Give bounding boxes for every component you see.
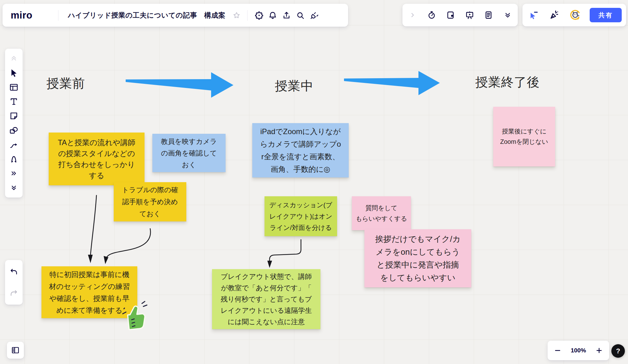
search-button[interactable] <box>293 8 307 22</box>
frames-icon <box>9 83 19 92</box>
presentation-button[interactable] <box>463 8 477 22</box>
settings-gear-icon <box>254 11 264 20</box>
notes-doc-icon <box>484 10 493 20</box>
sticky-easy-questions[interactable]: 質問をして もらいやすくする <box>352 196 411 230</box>
reactions-button[interactable] <box>547 8 561 22</box>
minus-icon <box>554 347 561 354</box>
tool-select[interactable] <box>7 66 21 79</box>
notes-button[interactable] <box>482 8 495 22</box>
timer-button[interactable] <box>425 8 439 22</box>
select-cursor-icon <box>9 68 19 78</box>
connector-green-arrowhead <box>267 261 272 268</box>
connector-icon <box>9 140 19 149</box>
chevrons-down-icon <box>10 184 17 191</box>
chevrons-down-icon <box>504 11 511 19</box>
board-title[interactable]: ハイブリッド授業の工夫についての記事 構成案 <box>68 11 225 20</box>
favorite-button[interactable] <box>230 8 243 22</box>
connector-green-a-to-b[interactable] <box>270 240 301 261</box>
flow-arrow-1[interactable] <box>126 72 233 98</box>
miro-logo[interactable]: miro <box>11 10 32 21</box>
settings-button[interactable] <box>252 8 266 22</box>
presentation-easel-icon <box>465 10 474 20</box>
actions-panel: 共有 <box>522 4 626 26</box>
search-icon <box>296 11 305 20</box>
sticky-camera-angle[interactable]: 教員を映すカメラ の画角を確認して おく <box>152 134 226 172</box>
ai-assistant-icon <box>569 8 582 22</box>
zoom-out-button[interactable] <box>552 344 563 357</box>
frames-panel-button[interactable] <box>7 342 24 359</box>
undo-button[interactable] <box>7 265 21 279</box>
shapes-icon <box>9 126 19 135</box>
notifications-button[interactable] <box>266 8 280 22</box>
tool-frames[interactable] <box>7 81 21 94</box>
connector-yellow-a-arrowhead <box>88 255 93 263</box>
plugins-button[interactable] <box>307 8 321 22</box>
more-collab-tools-button[interactable] <box>501 8 515 22</box>
pen-icon <box>9 154 19 164</box>
follow-cursor-icon <box>529 10 539 20</box>
frames-panel-icon <box>11 346 20 355</box>
plus-icon <box>595 347 603 354</box>
private-mode-button[interactable] <box>444 8 457 22</box>
zoom-level[interactable]: 100% <box>571 347 586 354</box>
connector-yellow-b-arrowhead <box>104 256 108 264</box>
flow-arrow-2[interactable] <box>344 71 440 95</box>
tool-sticky-note[interactable] <box>7 109 21 122</box>
redo-icon <box>9 289 18 297</box>
tool-shapes[interactable] <box>7 124 21 137</box>
timer-icon <box>427 10 436 20</box>
collab-toolbar-panel <box>402 4 518 26</box>
zoom-bar-panel: 100% <box>548 341 609 360</box>
tool-text[interactable] <box>7 95 21 108</box>
connector-yellow-a-to-c[interactable] <box>90 195 96 255</box>
sticky-keep-zoom-open[interactable]: 授業後にすぐに Zoomを閉じない <box>493 107 555 166</box>
header-divider-2 <box>247 10 248 21</box>
thumbs-up-stamp[interactable] <box>120 300 150 333</box>
sticky-ta-meeting[interactable]: TAと授業の流れや講師 の授業スタイルなどの 打ち合わせをしっかり する <box>49 133 145 185</box>
sticky-breakout-warning[interactable]: ブレイクアウト状態で、講師 が教室で「あと何分です」「 残り何秒です」と言っても… <box>212 269 320 329</box>
export-upload-icon <box>282 11 291 20</box>
connector-yellow-b-to-c[interactable] <box>107 229 150 257</box>
tool-pen[interactable] <box>7 152 21 166</box>
plug-icon <box>309 11 319 20</box>
star-icon <box>232 11 241 19</box>
sticky-mic-camera-on[interactable]: 挨拶だけでもマイク/カ メラをonにしてもらう と授業中に発言や指摘 をしてもら… <box>364 229 471 287</box>
text-icon <box>9 97 19 106</box>
header-divider <box>58 10 58 21</box>
more-tools-button[interactable] <box>7 167 21 180</box>
collapse-toolbar-button[interactable] <box>7 181 21 194</box>
follow-cursor-button[interactable] <box>527 8 541 22</box>
history-panel <box>5 260 23 305</box>
chevrons-up-icon <box>10 55 18 62</box>
sticky-trouble-steps[interactable]: トラブルの際の確 認手順を予め決め ておく <box>114 182 186 221</box>
board-header-panel: miro ハイブリッド授業の工夫についての記事 構成案 <box>3 4 348 27</box>
notifications-bell-icon <box>268 11 277 20</box>
zoom-in-button[interactable] <box>593 344 605 357</box>
board-canvas[interactable]: 授業前 授業中 授業終了後 TAと授業の流れや講師 の授業スタイルなどの 打ち合… <box>0 0 628 364</box>
tools-sidebar-panel <box>5 49 23 198</box>
chevrons-right-icon <box>10 170 17 177</box>
card-with-dot-icon <box>446 10 455 20</box>
sticky-ipad-zoom[interactable]: iPadでZoomに入りなが らカメラで講師アップo r全景を流すと画素数、 画… <box>252 123 349 177</box>
tool-connector[interactable] <box>7 138 21 151</box>
chevron-right-icon <box>409 12 416 19</box>
party-popper-icon <box>549 10 559 20</box>
help-button[interactable]: ? <box>611 344 625 358</box>
sticky-discussion-split[interactable]: ディスカッション(ブ レイクアウト)はオン ライン/対面を分ける <box>265 196 337 236</box>
sticky-note-icon <box>9 111 19 121</box>
undo-icon <box>9 267 18 276</box>
collapse-tools-button[interactable] <box>7 52 21 65</box>
ai-assistant-button[interactable] <box>567 7 583 23</box>
collapse-collab-button[interactable] <box>406 8 419 22</box>
share-button[interactable]: 共有 <box>590 8 622 22</box>
redo-button[interactable] <box>7 286 21 300</box>
export-button[interactable] <box>280 8 293 22</box>
